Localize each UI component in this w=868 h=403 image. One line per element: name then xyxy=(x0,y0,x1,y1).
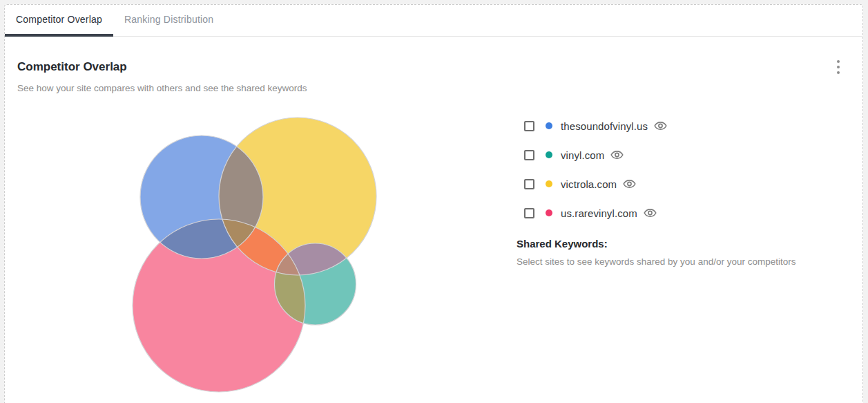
eye-icon[interactable] xyxy=(644,208,657,218)
section-header: Competitor Overlap See how your site com… xyxy=(17,60,307,94)
page-subtitle: See how your site compares with others a… xyxy=(17,83,307,94)
legend-item: us.rarevinyl.com xyxy=(524,198,667,227)
shared-keywords-section: Shared Keywords: Select sites to see key… xyxy=(517,238,841,268)
site-color-dot xyxy=(546,151,552,158)
site-checkbox[interactable] xyxy=(524,179,534,189)
competitor-legend: thesoundofvinyl.usvinyl.comvictrola.comu… xyxy=(524,111,667,227)
kebab-dot xyxy=(837,71,840,74)
legend-item: victrola.com xyxy=(524,169,667,198)
eye-icon[interactable] xyxy=(623,179,636,189)
page: { "tabs": [ { "label": "Competitor Overl… xyxy=(0,0,868,403)
page-title: Competitor Overlap xyxy=(17,60,307,74)
site-checkbox[interactable] xyxy=(524,121,534,131)
kebab-dot xyxy=(837,60,840,63)
tab-bar: Competitor Overlap Ranking Distribution xyxy=(5,5,862,37)
site-checkbox[interactable] xyxy=(524,208,534,218)
kebab-menu-icon[interactable] xyxy=(833,59,844,75)
site-color-dot xyxy=(546,209,552,216)
site-label: vinyl.com xyxy=(561,149,604,161)
site-label: victrola.com xyxy=(561,178,617,190)
tab-ranking-distribution[interactable]: Ranking Distribution xyxy=(113,5,224,37)
eye-icon[interactable] xyxy=(610,150,624,160)
tab-label: Ranking Distribution xyxy=(124,14,213,25)
site-label: us.rarevinyl.com xyxy=(561,207,637,219)
tab-label: Competitor Overlap xyxy=(16,14,102,25)
site-label: thesoundofvinyl.us xyxy=(561,120,648,132)
shared-keywords-hint: Select sites to see keywords shared by y… xyxy=(517,256,841,268)
competitor-overlap-card: Competitor Overlap Ranking Distribution … xyxy=(4,4,863,403)
tab-competitor-overlap[interactable]: Competitor Overlap xyxy=(5,5,113,37)
site-color-dot xyxy=(546,180,552,187)
venn-diagram xyxy=(5,104,516,403)
legend-item: thesoundofvinyl.us xyxy=(524,111,667,140)
shared-keywords-title: Shared Keywords: xyxy=(517,238,841,250)
venn-svg xyxy=(5,104,516,403)
site-color-dot xyxy=(546,122,552,129)
legend-item: vinyl.com xyxy=(524,140,667,169)
site-checkbox[interactable] xyxy=(524,150,534,160)
eye-icon[interactable] xyxy=(654,121,667,131)
kebab-dot xyxy=(837,66,840,68)
